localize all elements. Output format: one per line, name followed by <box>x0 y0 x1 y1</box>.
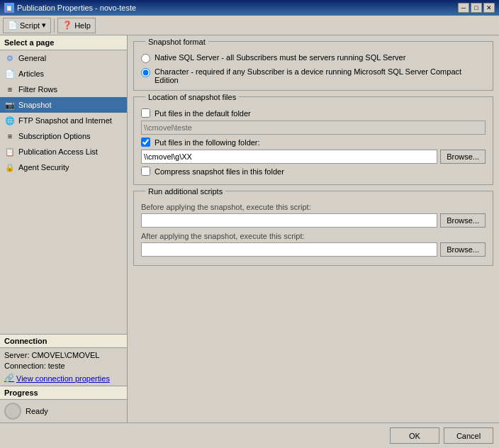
after-script-input-row: Browse... <box>141 242 486 257</box>
radio-native: Native SQL Server - all Subscribers must… <box>141 53 486 63</box>
snapshot-format-options: Native SQL Server - all Subscribers must… <box>141 53 486 84</box>
additional-scripts-title: Run additional scripts <box>145 187 225 196</box>
title-text: Publication Properties - novo-teste <box>17 4 136 12</box>
after-script-input[interactable] <box>141 242 437 257</box>
publicationaccess-icon: 📋 <box>4 146 16 157</box>
toolbar-separator <box>54 18 55 33</box>
location-files-title: Location of snapshot files <box>145 93 239 101</box>
before-script-input-row: Browse... <box>141 213 486 228</box>
before-script-label: Before applying the snapshot, execute th… <box>141 203 486 211</box>
following-folder-checkbox[interactable] <box>141 138 150 147</box>
compress-label: Compress snapshot files in this folder <box>155 167 284 176</box>
general-icon: ⚙ <box>4 52 16 64</box>
sidebar-item-general-label: General <box>18 54 46 62</box>
dialog: 📄 Script ▾ ❓ Help Select a page ⚙ Genera… <box>0 16 499 448</box>
cancel-button[interactable]: Cancel <box>444 427 493 444</box>
sidebar-item-publicationaccess-label: Publication Access List <box>18 147 98 156</box>
snapshot-format-content: Native SQL Server - all Subscribers must… <box>134 49 493 90</box>
sidebar-header: Select a page <box>0 35 127 50</box>
progress-header: Progress <box>0 386 127 400</box>
progress-content: Ready <box>0 400 127 422</box>
following-folder-label: Put files in the following folder: <box>155 138 260 147</box>
script-dropdown-icon: ▾ <box>42 21 46 30</box>
help-button[interactable]: ❓ Help <box>57 18 96 33</box>
script-icon: 📄 <box>8 21 18 30</box>
default-folder-label: Put files in the default folder <box>155 109 251 118</box>
help-icon: ❓ <box>62 21 72 30</box>
default-folder-check-item: Put files in the default folder <box>141 108 486 118</box>
link-icon: 🔗 <box>4 374 14 383</box>
before-script-input[interactable] <box>141 213 437 228</box>
server-label: Server: CMOVEL\CMOVEL <box>4 351 123 359</box>
sidebar-item-filterrows[interactable]: ≡ Filter Rows <box>0 82 127 97</box>
location-files-group: Location of snapshot files Put files in … <box>133 96 493 185</box>
sidebar-item-agentsecurity-label: Agent Security <box>18 163 69 172</box>
script-label: Script <box>20 21 40 30</box>
progress-status: Ready <box>26 407 48 415</box>
sidebar-item-ftpsnapshot-label: FTP Snapshot and Internet <box>18 116 112 125</box>
script-button[interactable]: 📄 Script ▾ <box>3 18 51 33</box>
sidebar-item-ftpsnapshot[interactable]: 🌐 FTP Snapshot and Internet <box>0 113 127 128</box>
following-folder-path[interactable] <box>141 150 437 164</box>
location-files-content: Put files in the default folder Put file… <box>134 104 493 184</box>
maximize-button[interactable]: □ <box>471 3 482 13</box>
app-icon: 📋 <box>4 3 14 13</box>
connection-label: Connection: teste <box>4 362 123 370</box>
sidebar-item-articles-label: Articles <box>18 69 44 78</box>
sidebar-item-filterrows-label: Filter Rows <box>18 85 57 94</box>
close-button[interactable]: ✕ <box>483 3 495 13</box>
help-label: Help <box>74 21 91 30</box>
toolbar: 📄 Script ▾ ❓ Help <box>0 16 499 35</box>
after-script-browse-button[interactable]: Browse... <box>440 242 486 257</box>
snapshot-format-title: Snapshot format <box>145 38 208 46</box>
bottom-bar: OK Cancel <box>0 422 499 448</box>
window-controls: ─ □ ✕ <box>458 3 495 13</box>
articles-icon: 📄 <box>4 68 16 79</box>
compress-checkbox[interactable] <box>141 167 150 176</box>
title-bar: 📋 Publication Properties - novo-teste ─ … <box>0 0 499 16</box>
connection-header: Connection <box>0 335 127 348</box>
view-connection-label: View connection properties <box>16 374 110 383</box>
progress-icon <box>4 403 21 420</box>
sidebar-item-subscription[interactable]: ≡ Subscription Options <box>0 128 127 144</box>
default-folder-path <box>141 121 486 135</box>
before-script-browse-button[interactable]: Browse... <box>440 213 486 228</box>
sidebar-items: ⚙ General 📄 Articles ≡ Filter Rows 📷 Sna… <box>0 50 127 334</box>
following-folder-check-item: Put files in the following folder: <box>141 138 486 147</box>
sidebar-item-general[interactable]: ⚙ General <box>0 50 127 66</box>
additional-scripts-content: Before applying the snapshot, execute th… <box>134 198 493 265</box>
radio-native-input[interactable] <box>141 54 150 63</box>
ftpsnapshot-icon: 🌐 <box>4 115 16 126</box>
connection-section: Connection Server: CMOVEL\CMOVEL Connect… <box>0 334 127 386</box>
sidebar-item-subscription-label: Subscription Options <box>18 132 91 140</box>
subscription-icon: ≡ <box>4 130 16 142</box>
radio-character-input[interactable] <box>141 68 150 77</box>
sidebar-item-publicationaccess[interactable]: 📋 Publication Access List <box>0 144 127 159</box>
sidebar: Select a page ⚙ General 📄 Articles ≡ Fil… <box>0 35 128 422</box>
minimize-button[interactable]: ─ <box>458 3 469 13</box>
filterrows-icon: ≡ <box>4 84 16 95</box>
main-panel: Snapshot format Native SQL Server - all … <box>128 35 499 422</box>
snapshot-format-group: Snapshot format Native SQL Server - all … <box>133 41 493 91</box>
default-folder-checkbox[interactable] <box>141 108 150 118</box>
compress-check-item: Compress snapshot files in this folder <box>141 167 486 176</box>
following-folder-browse-button[interactable]: Browse... <box>440 150 486 164</box>
radio-native-label: Native SQL Server - all Subscribers must… <box>155 53 405 62</box>
after-script-label: After applying the snapshot, execute thi… <box>141 232 486 240</box>
sidebar-item-agentsecurity[interactable]: 🔒 Agent Security <box>0 159 127 175</box>
radio-character: Character - required if any Subscriber i… <box>141 67 486 84</box>
sidebar-item-snapshot-label: Snapshot <box>18 101 51 109</box>
ok-button[interactable]: OK <box>390 427 439 444</box>
agentsecurity-icon: 🔒 <box>4 162 16 173</box>
content-area: Select a page ⚙ General 📄 Articles ≡ Fil… <box>0 35 499 422</box>
following-folder-input-row: Browse... <box>141 150 486 164</box>
progress-section: Progress Ready <box>0 386 127 422</box>
snapshot-icon: 📷 <box>4 99 16 111</box>
connection-info: Server: CMOVEL\CMOVEL Connection: teste … <box>0 348 127 386</box>
additional-scripts-group: Run additional scripts Before applying t… <box>133 191 493 266</box>
sidebar-item-snapshot[interactable]: 📷 Snapshot <box>0 97 127 113</box>
view-connection-link[interactable]: 🔗 View connection properties <box>4 374 123 383</box>
sidebar-item-articles[interactable]: 📄 Articles <box>0 66 127 82</box>
radio-character-label: Character - required if any Subscriber i… <box>155 67 486 84</box>
